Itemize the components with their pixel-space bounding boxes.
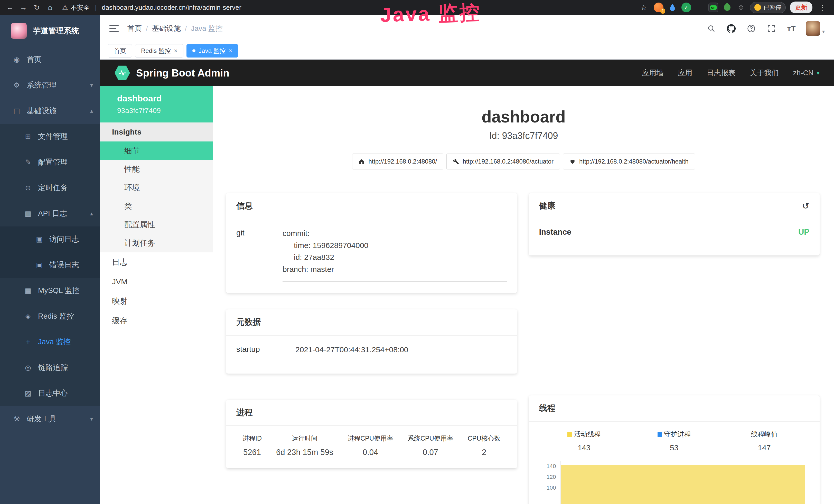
history-icon[interactable]: ↺ [802,201,810,211]
paused-badge[interactable]: 已暂停 [750,2,786,13]
sidebar-item-config-management[interactable]: ✎ 配置管理 [0,150,100,175]
file-icon: ⊞ [23,133,34,141]
timer-icon: ⊙ [23,184,34,192]
drop-extension-icon[interactable] [667,3,677,12]
sba-item-jvm[interactable]: JVM [100,272,213,292]
sba-item-caches[interactable]: 缓存 [100,311,213,330]
on-extension-icon[interactable]: on [708,3,718,12]
health-card-title: 健康 [539,200,555,211]
health-link[interactable]: http://192.168.0.2:48080/actuator/health [563,154,695,169]
locale-selector[interactable]: zh-CN ▾ [793,69,820,77]
paused-label: 已暂停 [764,4,781,12]
health-row: Instance UP [539,228,810,244]
sidebar-item-api-logs[interactable]: ▥ API 日志 ▴ [0,201,100,226]
sidebar-item-file-management[interactable]: ⊞ 文件管理 [0,124,100,150]
browser-menu-icon[interactable]: ⋮ [816,2,828,13]
nav-wallboard[interactable]: 应用墙 [642,68,664,78]
process-card: 进程 进程ID 5261 运行时间 [226,400,517,468]
info-key: git [236,228,283,282]
close-icon[interactable]: × [228,47,232,54]
sba-item-logs[interactable]: 日志 [100,252,213,272]
forward-icon[interactable]: → [18,2,29,13]
edit-icon: ✎ [23,158,34,166]
chevron-down-icon: ▾ [90,82,93,89]
sba-item-performance[interactable]: 性能 [100,160,213,179]
bookmark-star-icon[interactable]: ☆ [638,2,650,13]
status-badge: UP [798,228,809,237]
sba-sidebar: dashboard 93a3fc7f7409 Insights 细节 性能 环境… [100,86,213,504]
sba-item-scheduled-tasks[interactable]: 计划任务 [100,234,213,252]
sba-item-details[interactable]: 细节 [100,141,213,160]
metric-process-cpu: 进程CPU使用率 0.04 [348,434,393,457]
breadcrumb-home[interactable]: 首页 [127,24,142,33]
tab-home[interactable]: 首页 [108,44,132,58]
sidebar-item-redis-monitor[interactable]: ◈ Redis 监控 [0,303,100,329]
actuator-link[interactable]: http://192.168.0.2:48080/actuator [446,154,560,169]
sidebar-item-infrastructure[interactable]: ▤ 基础设施 ▴ [0,98,100,124]
search-icon[interactable] [706,23,717,34]
instance-links: http://192.168.0.2:48080/ http://192.168… [213,154,834,169]
home-link[interactable]: http://192.168.0.2:48080/ [352,154,443,169]
tab-redis-monitor[interactable]: Redis 监控 × [135,44,183,58]
app-sidebar: 芋道管理系统 ◉ 首页 ⚙ 系统管理 ▾ ▤ 基础设施 ▴ ⊞ [0,15,100,504]
font-size-icon[interactable]: тT [786,23,797,34]
leaf-extension-icon[interactable] [722,3,732,12]
sba-brand[interactable]: Spring Boot Admin [114,65,229,81]
java-monitor-icon: ⌗ [23,338,34,346]
threads-card: 线程 活动线程 143 守护进程 [529,395,820,504]
tab-java-monitor[interactable]: Java 监控 × [186,44,238,58]
metric-cpu-cores: CPU核心数 2 [468,434,501,457]
sba-item-classes[interactable]: 类 [100,197,213,215]
green-extension-icon[interactable]: ✓ [681,3,691,12]
nav-applications[interactable]: 应用 [678,68,693,78]
nav-about[interactable]: 关于我们 [750,68,779,78]
user-menu[interactable]: ▾ [806,21,825,36]
sidebar-item-log-center[interactable]: ▨ 日志中心 [0,381,100,406]
active-tab-dot [192,49,195,52]
sidebar-item-access-logs[interactable]: ▣ 访问日志 [0,226,100,252]
header-actions: тT ▾ [706,21,825,36]
api-log-icon: ▥ [23,209,34,218]
sidebar-item-home[interactable]: ◉ 首页 [0,47,100,72]
sidebar-item-mysql-monitor[interactable]: ▦ MySQL 监控 [0,278,100,303]
page-id: Id: 93a3fc7f7409 [213,131,834,141]
sidebar-item-scheduled-tasks[interactable]: ⊙ 定时任务 [0,175,100,201]
sba-item-environment[interactable]: 环境 [100,179,213,197]
sba-item-mappings[interactable]: 映射 [100,292,213,311]
reload-icon[interactable]: ↻ [31,2,43,13]
breadcrumb-infrastructure[interactable]: 基础设施 [152,24,181,33]
url-divider: | [95,4,96,12]
metric-system-cpu: 系统CPU使用率 0.07 [408,434,453,457]
app-logo[interactable]: 芋道管理系统 [0,15,100,47]
close-icon[interactable]: × [174,47,177,54]
security-label: 不安全 [70,3,90,12]
sba-item-config-props[interactable]: 配置属性 [100,215,213,234]
redis-icon: ◈ [23,312,34,320]
sba-nav: 应用墙 应用 日志报表 关于我们 zh-CN ▾ [642,68,820,78]
fox-extension-icon[interactable]: 1 [654,3,663,12]
sidebar-item-trace[interactable]: ◎ 链路追踪 [0,355,100,381]
sidebar-item-system-management[interactable]: ⚙ 系统管理 ▾ [0,72,100,98]
update-button[interactable]: 更新 [790,2,812,13]
sidebar-item-error-logs[interactable]: ▣ 错误日志 [0,252,100,278]
health-card: 健康 ↺ Instance UP [529,193,820,255]
instance-name: dashboard [117,93,208,104]
back-icon[interactable]: ← [4,2,16,13]
app-title: 芋道管理系统 [33,26,79,36]
security-indicator[interactable]: ⚠ 不安全 [62,3,90,12]
puzzle-extension-icon[interactable] [736,3,746,12]
sidebar-item-java-monitor[interactable]: ⌗ Java 监控 [0,329,100,355]
github-icon[interactable] [726,23,737,34]
sidebar-item-dev-tools[interactable]: ⚒ 研发工具 ▾ [0,406,100,432]
fullscreen-icon[interactable] [766,23,777,34]
collapse-sidebar-icon[interactable] [109,23,120,33]
grid-extension-icon[interactable] [695,3,704,12]
error-log-icon: ▣ [34,261,45,269]
nav-journal[interactable]: 日志报表 [707,68,736,78]
blue-legend-swatch [658,432,662,437]
address-bar[interactable]: dashboard.yudao.iocoder.cn/infra/admin-s… [102,4,241,12]
instance-block[interactable]: dashboard 93a3fc7f7409 [100,86,213,122]
metric-uptime: 运行时间 6d 23h 15m 59s [276,434,333,457]
help-icon[interactable] [746,23,757,34]
home-icon[interactable]: ⌂ [44,2,56,13]
